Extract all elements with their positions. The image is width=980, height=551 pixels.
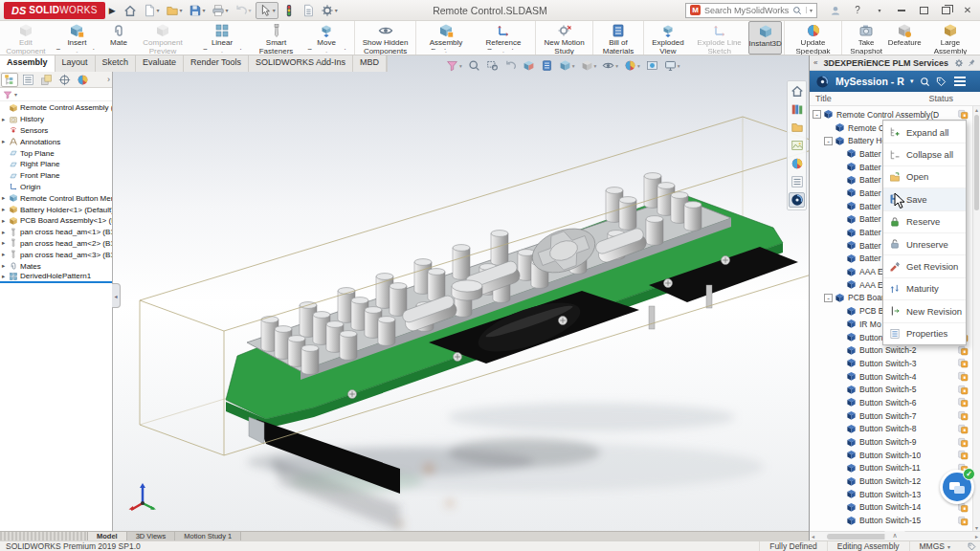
- feature-tree-item[interactable]: ▸ pan cross head_am<1> (B18.6.7M: [0, 227, 112, 238]
- ribbon-button[interactable]: Component Preview Window: [133, 21, 192, 55]
- view-orientation-icon[interactable]: ▾: [559, 59, 575, 72]
- status-item[interactable]: Editing Assembly: [827, 541, 909, 551]
- save-item[interactable]: Save: [883, 187, 966, 209]
- expander-icon[interactable]: [835, 241, 844, 250]
- custom-properties-tab[interactable]: [789, 174, 805, 189]
- feature-tree-item[interactable]: ▸ History: [0, 114, 112, 125]
- feature-tree-item[interactable]: ▸ Battery Holder<1> (Default): [0, 204, 112, 215]
- open-document-button[interactable]: ▾: [164, 2, 185, 19]
- ribbon-button[interactable]: Explode Line Sketch: [690, 21, 748, 55]
- feature-tree-item[interactable]: ▸ Annotations: [0, 136, 112, 147]
- ribbon-button[interactable]: Mate: [104, 21, 133, 55]
- expander-icon[interactable]: [824, 123, 833, 132]
- expander-icon[interactable]: [835, 411, 844, 420]
- expander-icon[interactable]: [835, 359, 844, 367]
- feature-tree-item[interactable]: Remote Control Assembly (Default): [0, 102, 112, 114]
- status-tag-icon[interactable]: [968, 542, 976, 551]
- filter-graphics-icon[interactable]: ▾: [446, 59, 462, 72]
- tab-solidworks-add-ins[interactable]: SOLIDWORKS Add-Ins: [249, 55, 353, 72]
- expander-icon[interactable]: [835, 438, 844, 447]
- ribbon-button[interactable]: Insert Components -: [50, 21, 104, 55]
- tab-assembly[interactable]: Assembly: [0, 55, 56, 72]
- ribbon-button[interactable]: Move Component -: [301, 21, 352, 55]
- expand-arrow-icon[interactable]: ▸: [2, 262, 9, 270]
- 3dexperience-chat-button[interactable]: ✓: [940, 470, 974, 504]
- feature-tree-item[interactable]: Sensors: [0, 125, 112, 137]
- expander-icon[interactable]: [835, 215, 844, 224]
- tab-evaluate[interactable]: Evaluate: [136, 55, 184, 72]
- reserve-item[interactable]: Reserve: [883, 210, 966, 232]
- status-item[interactable]: Fully Defined: [759, 541, 827, 551]
- expander-icon[interactable]: -: [824, 137, 833, 145]
- home-button[interactable]: [122, 2, 139, 19]
- apply-scene-icon[interactable]: [646, 59, 658, 72]
- expand-arrow-icon[interactable]: ▸: [2, 116, 9, 123]
- plm-tree-item[interactable]: Button Switch-4: [810, 370, 972, 384]
- plm-tree-item[interactable]: Button Switch-7: [810, 409, 972, 423]
- plm-tree-item[interactable]: Button Switch-5: [810, 383, 972, 396]
- ribbon-button[interactable]: Take Snapshot: [841, 21, 889, 55]
- collapse-panel-icon[interactable]: «: [813, 58, 817, 67]
- options-button[interactable]: ▾: [319, 2, 340, 19]
- maximize-icon[interactable]: [917, 4, 930, 17]
- view-settings-icon[interactable]: ▾: [664, 59, 680, 72]
- expander-icon[interactable]: [835, 372, 844, 381]
- expander-icon[interactable]: [835, 386, 844, 394]
- display-style-icon[interactable]: ▾: [581, 59, 597, 72]
- open-item[interactable]: Open: [883, 165, 966, 187]
- feature-tree-item[interactable]: ▸ pan cross head_am<3> (B18.6.7M: [0, 249, 112, 260]
- expander-icon[interactable]: -: [813, 110, 821, 119]
- ribbon-button[interactable]: Instant3D: [748, 21, 782, 55]
- select-button[interactable]: ▾: [256, 2, 278, 19]
- feature-tree-item[interactable]: ▸ PCB Board Assembly<1> (Default): [0, 215, 112, 227]
- expand-arrow-icon[interactable]: ▸: [2, 229, 9, 236]
- zoom-to-fit-icon[interactable]: [468, 59, 480, 72]
- expander-icon[interactable]: [835, 320, 844, 328]
- 3d-views-tab[interactable]: 3D Views: [127, 532, 176, 540]
- menu-flyout-arrow[interactable]: ▶: [109, 6, 116, 15]
- help-caret-icon[interactable]: ▾: [873, 4, 886, 17]
- expander-icon[interactable]: [835, 202, 844, 210]
- tab-render-tools[interactable]: Render Tools: [184, 55, 249, 72]
- ribbon-button[interactable]: Assembly Features -: [415, 21, 474, 55]
- expander-icon[interactable]: [835, 464, 844, 473]
- undo-button[interactable]: ▾: [233, 2, 254, 19]
- search-input[interactable]: [704, 6, 789, 15]
- close-icon[interactable]: ✕: [961, 4, 974, 17]
- ribbon-button[interactable]: Exploded View: [643, 21, 690, 55]
- dynamic-annotation-icon[interactable]: [541, 59, 553, 72]
- hide-show-items-icon[interactable]: ▾: [602, 59, 618, 72]
- session-caret-icon[interactable]: ▾: [910, 77, 914, 85]
- zoom-to-area-icon[interactable]: [486, 59, 499, 72]
- featuremanager-tree-tab[interactable]: [1, 73, 18, 87]
- expander-icon[interactable]: [835, 307, 844, 316]
- propertymanager-tab[interactable]: [19, 73, 36, 87]
- expander-icon[interactable]: [835, 503, 844, 512]
- ribbon-button[interactable]: New Motion Study: [535, 21, 590, 55]
- ribbon-button[interactable]: Defeature: [888, 21, 921, 55]
- new-document-button[interactable]: ▾: [141, 2, 162, 19]
- ribbon-button[interactable]: Large Assembly Mode: [921, 21, 980, 55]
- plm-tree-item[interactable]: Button Switch-3: [810, 357, 972, 370]
- feature-tree-item[interactable]: Top Plane: [0, 147, 112, 159]
- expander-icon[interactable]: [835, 280, 844, 289]
- maturity-item[interactable]: Maturity: [883, 277, 966, 299]
- expander-icon[interactable]: [835, 268, 844, 276]
- help-icon[interactable]: ?: [851, 4, 864, 17]
- expander-icon[interactable]: [835, 398, 844, 407]
- properties-item[interactable]: Properties: [883, 322, 966, 344]
- feature-tree-item[interactable]: ▸ Mates: [0, 260, 112, 272]
- expander-icon[interactable]: [835, 163, 844, 171]
- appearances-scenes-tab[interactable]: [789, 156, 805, 171]
- panel-splitter-handle[interactable]: ◂: [112, 283, 121, 308]
- plm-tree-item[interactable]: Button Switch-6: [810, 396, 972, 409]
- expander-icon[interactable]: [835, 451, 844, 459]
- expander-icon[interactable]: [835, 425, 844, 433]
- feature-tree-item[interactable]: Front Plane: [0, 170, 112, 182]
- feature-tree-item[interactable]: ▸ Remote Control Button Membrane: [0, 192, 112, 204]
- ribbon-button[interactable]: Linear Component Pattern -: [192, 21, 252, 55]
- ribbon-button[interactable]: Show Hidden Components: [354, 21, 413, 55]
- ribbon-button[interactable]: Bill of Materials: [592, 21, 641, 55]
- expand-arrow-icon[interactable]: ▸: [2, 239, 9, 247]
- tab-mbd[interactable]: MBD: [353, 55, 387, 72]
